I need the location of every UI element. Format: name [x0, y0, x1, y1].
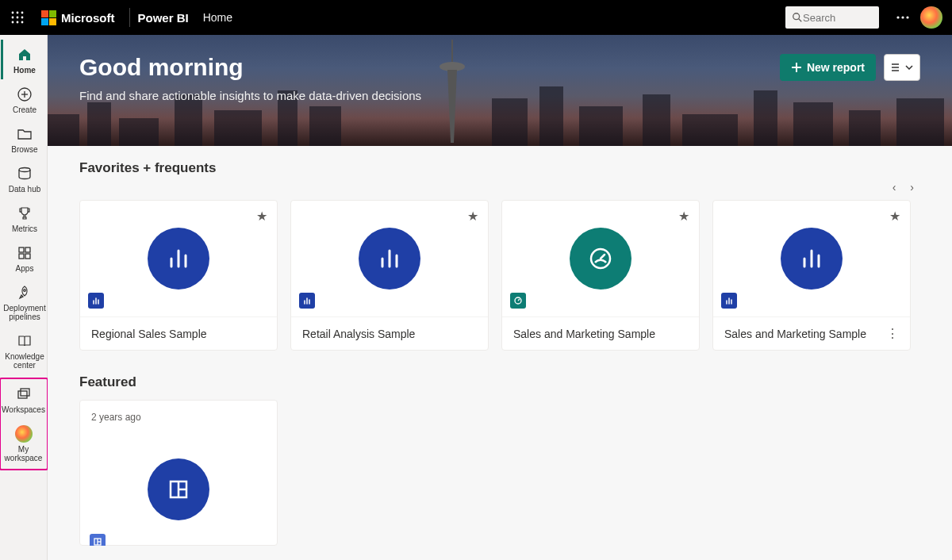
- featured-title: Featured: [79, 374, 920, 390]
- more-options-button[interactable]: [889, 16, 917, 19]
- report-icon: [148, 228, 209, 290]
- card-title: Regional Sales Sample: [91, 328, 207, 340]
- user-avatar[interactable]: [920, 6, 942, 29]
- nav-label: Home: [13, 66, 36, 75]
- home-icon: [16, 46, 33, 63]
- app-name[interactable]: Power BI: [138, 11, 189, 25]
- nav-browse[interactable]: Browse: [1, 119, 47, 159]
- svg-rect-25: [48, 114, 79, 146]
- svg-rect-38: [793, 102, 833, 146]
- nav-home[interactable]: Home: [1, 40, 47, 79]
- microsoft-logo-icon: [41, 10, 56, 25]
- svg-point-12: [901, 16, 904, 18]
- svg-point-2: [21, 12, 24, 14]
- rocket-icon: [16, 284, 33, 301]
- content-card[interactable]: ★ Sales and Marketing Sample: [501, 200, 700, 351]
- layout-switcher-button[interactable]: [884, 54, 920, 81]
- chevron-down-icon: [905, 65, 913, 70]
- book-icon: [16, 332, 33, 350]
- hero-banner: Good morning Find and share actionable i…: [48, 35, 952, 146]
- nav-apps[interactable]: Apps: [1, 238, 47, 278]
- nav-label: Create: [13, 105, 36, 114]
- apps-icon: [16, 244, 33, 262]
- microsoft-logo[interactable]: Microsoft: [35, 10, 121, 25]
- search-input[interactable]: [803, 12, 866, 24]
- featured-age: 2 years ago: [80, 401, 277, 434]
- svg-point-3: [12, 17, 14, 19]
- svg-point-22: [24, 290, 26, 292]
- svg-point-8: [21, 21, 24, 24]
- dashboard-icon: [570, 228, 631, 290]
- svg-point-4: [17, 17, 19, 19]
- nav-label: Data hub: [9, 185, 41, 194]
- favorites-cards: ★ Regional Sales Sample ★: [79, 200, 920, 351]
- nav-deployment-pipelines[interactable]: Deployment pipelines: [1, 278, 47, 326]
- svg-point-7: [17, 21, 19, 24]
- search-box[interactable]: [785, 6, 879, 29]
- svg-rect-19: [25, 247, 30, 252]
- brand-text: Microsoft: [61, 11, 115, 25]
- greeting-subtitle: Find and share actionable insights to ma…: [79, 89, 421, 102]
- content-card[interactable]: ★ Regional Sales Sample: [79, 200, 278, 351]
- main-area: Good morning Find and share actionable i…: [48, 35, 952, 560]
- nav-create[interactable]: Create: [1, 79, 47, 119]
- card-title: Sales and Marketing Sample: [513, 328, 655, 340]
- new-report-label: New report: [807, 61, 865, 74]
- app-icon: [148, 458, 209, 520]
- card-title: Retail Analysis Sample: [302, 328, 415, 340]
- svg-rect-40: [896, 98, 944, 146]
- featured-card[interactable]: 2 years ago: [79, 400, 278, 546]
- workspace-group-highlight: Workspaces My workspace: [0, 378, 48, 470]
- carousel-next-button[interactable]: ›: [910, 181, 914, 194]
- workspaces-icon: [15, 385, 33, 403]
- nav-metrics[interactable]: Metrics: [1, 198, 47, 238]
- separator: [129, 8, 130, 27]
- svg-point-0: [12, 12, 14, 14]
- star-icon[interactable]: ★: [467, 209, 478, 224]
- type-badge-icon: [88, 293, 104, 309]
- plus-circle-icon: [16, 86, 33, 103]
- svg-rect-20: [19, 254, 24, 259]
- svg-rect-34: [579, 106, 623, 146]
- card-title: Sales and Marketing Sample: [724, 328, 866, 340]
- content-card[interactable]: ★ Retail Analysis Sample: [290, 200, 489, 351]
- nav-label: My workspace: [1, 445, 47, 462]
- carousel-nav: ‹ ›: [79, 181, 920, 194]
- database-icon: [16, 165, 33, 182]
- side-nav: Home Create Browse Data hub Metrics Apps…: [0, 35, 48, 560]
- nav-my-workspace[interactable]: My workspace: [1, 419, 47, 467]
- card-more-button[interactable]: ⋮: [886, 326, 899, 341]
- search-icon: [792, 12, 803, 23]
- svg-rect-39: [849, 110, 881, 146]
- svg-line-61: [601, 255, 605, 259]
- carousel-prev-button[interactable]: ‹: [892, 181, 896, 194]
- nav-label: Metrics: [12, 224, 37, 233]
- svg-point-13: [906, 16, 908, 18]
- greeting-title: Good morning: [79, 54, 421, 81]
- nav-knowledge-center[interactable]: Knowledge center: [1, 326, 47, 374]
- svg-rect-21: [25, 254, 30, 259]
- star-icon[interactable]: ★: [256, 209, 267, 224]
- top-bar: Microsoft Power BI Home: [0, 0, 952, 35]
- new-report-button[interactable]: New report: [780, 54, 876, 81]
- svg-point-17: [19, 168, 30, 172]
- content-card[interactable]: ★ Sales and Marketing Sample ⋮: [712, 200, 911, 351]
- svg-rect-26: [87, 102, 111, 146]
- workspace-avatar-icon: [15, 425, 33, 443]
- trophy-icon: [16, 205, 33, 222]
- nav-label: Apps: [16, 264, 34, 273]
- star-icon[interactable]: ★: [889, 209, 900, 224]
- nav-data-hub[interactable]: Data hub: [1, 159, 47, 198]
- svg-line-10: [799, 19, 802, 22]
- nav-label: Workspaces: [2, 405, 45, 414]
- star-icon[interactable]: ★: [678, 209, 689, 224]
- svg-point-6: [12, 21, 14, 24]
- nav-workspaces[interactable]: Workspaces: [1, 379, 47, 419]
- plus-icon: [791, 62, 802, 73]
- app-launcher-icon[interactable]: [0, 0, 35, 35]
- nav-label: Knowledge center: [3, 352, 47, 370]
- favorites-title: Favorites + frequents: [79, 160, 920, 176]
- breadcrumb[interactable]: Home: [203, 11, 232, 24]
- nav-label: Browse: [11, 145, 37, 154]
- svg-point-9: [793, 13, 800, 20]
